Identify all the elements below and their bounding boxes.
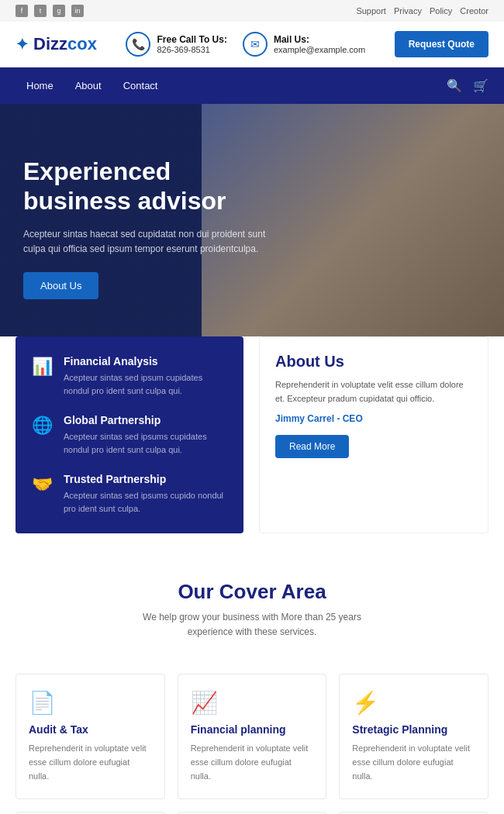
feature-1-text: Financial Analysis Acepteur sintas sed i… <box>64 355 228 397</box>
phone-icon: 📞 <box>126 32 150 57</box>
feature-3-text: Trusted Partnership Acepteur sintas sed … <box>64 473 228 515</box>
email-label: Mail Us: <box>274 34 365 45</box>
top-links: Support Privacy Policy Creotor <box>356 6 488 16</box>
audit-icon: 📄 <box>29 690 152 716</box>
creator-link[interactable]: Creotor <box>460 6 488 16</box>
email-info: Mail Us: example@example.com <box>274 34 365 54</box>
feature-2-title: Global Partnership <box>64 414 228 426</box>
audit-desc: Reprehenderit in voluptate velit esse ci… <box>29 742 152 783</box>
cart-icon[interactable]: 🛒 <box>473 78 488 93</box>
support-link[interactable]: Support <box>356 6 386 16</box>
feature-3-title: Trusted Partnership <box>64 473 228 485</box>
about-title: About Us <box>275 353 472 371</box>
feature-1-desc: Acepteur sintas sed ipsum cupidates nond… <box>64 371 228 397</box>
strategic-desc: Reprehenderit in voluptate velit esse ci… <box>352 742 475 783</box>
hero-section: Experienced business advisor Acepteur si… <box>0 104 504 352</box>
hero-title: Experienced business advisor <box>23 157 271 216</box>
cover-title: Our Cover Area <box>16 580 488 604</box>
site-header: ✦ Dizzcox 📞 Free Call To Us: 826-369-853… <box>0 22 504 67</box>
nav-links: Home About Contact <box>16 67 168 104</box>
chart-icon: 📊 <box>31 357 53 397</box>
feature-3: 🤝 Trusted Partnership Acepteur sintas se… <box>31 473 228 515</box>
phone-label: Free Call To Us: <box>157 34 226 45</box>
service-audit: 📄 Audit & Tax Reprehenderit in voluptate… <box>16 674 165 799</box>
logo[interactable]: ✦ Dizzcox <box>16 34 97 54</box>
feature-2-desc: Acepteur sintas sed ipsums cupidates non… <box>64 430 228 456</box>
email-contact: ✉ Mail Us: example@example.com <box>243 32 365 57</box>
facebook-icon[interactable]: f <box>16 5 28 17</box>
social-icons: f t g in <box>16 5 84 17</box>
financial-title: Financial planning <box>191 723 314 736</box>
twitter-icon[interactable]: t <box>34 5 47 17</box>
about-description: Reprehenderit in voluptate velit esse ci… <box>275 378 472 405</box>
globe-icon: 🌐 <box>31 416 53 456</box>
feature-2-text: Global Partnership Acepteur sintas sed i… <box>64 414 228 456</box>
service-financial: 📈 Financial planning Reprehenderit in vo… <box>178 674 327 799</box>
nav-about[interactable]: About <box>64 67 112 104</box>
navbar: Home About Contact 🔍 🛒 <box>0 67 504 104</box>
read-more-button[interactable]: Read More <box>275 435 349 458</box>
feature-2: 🌐 Global Partnership Acepteur sintas sed… <box>31 414 228 456</box>
about-box: About Us Reprehenderit in voluptate veli… <box>259 336 488 533</box>
about-button[interactable]: About Us <box>23 272 98 299</box>
nav-contact[interactable]: Contact <box>112 67 169 104</box>
search-icon[interactable]: 🔍 <box>447 78 462 93</box>
phone-info: Free Call To Us: 826-369-8531 <box>157 34 226 54</box>
strategic-icon: ⚡ <box>352 690 475 716</box>
phone-contact: 📞 Free Call To Us: 826-369-8531 <box>126 32 226 57</box>
hero-content: Experienced business advisor Acepteur si… <box>23 157 271 299</box>
cover-description: We help grow your business with More tha… <box>120 610 384 640</box>
feature-3-desc: Acepteur sintas sed ipsums cupido nondul… <box>64 489 228 515</box>
handshake-icon: 🤝 <box>31 474 53 515</box>
email-address: example@example.com <box>274 45 365 54</box>
phone-number: 826-369-8531 <box>157 45 210 54</box>
strategic-title: Stretagic Planning <box>352 723 475 736</box>
policy-link[interactable]: Policy <box>430 6 452 16</box>
hero-description: Acepteur sintas haecat sed cupidatat non… <box>23 227 271 257</box>
services-grid: 📄 Audit & Tax Reprehenderit in voluptate… <box>0 674 504 814</box>
quote-button[interactable]: Request Quote <box>395 31 488 57</box>
features-about-section: 📊 Financial Analysis Acepteur sintas sed… <box>0 336 504 557</box>
social-bar: f t g in Support Privacy Policy Creotor <box>0 0 504 22</box>
feature-1-title: Financial Analysis <box>64 355 228 367</box>
feature-1: 📊 Financial Analysis Acepteur sintas sed… <box>31 355 228 397</box>
email-icon: ✉ <box>243 32 268 57</box>
financial-icon: 📈 <box>191 690 314 716</box>
header-contacts: 📞 Free Call To Us: 826-369-8531 ✉ Mail U… <box>126 32 365 57</box>
logo-text: Dizzcox <box>33 34 97 54</box>
cover-section: Our Cover Area We help grow your busines… <box>0 557 504 674</box>
nav-home[interactable]: Home <box>16 67 64 104</box>
linkedin-icon[interactable]: in <box>71 5 84 17</box>
about-person: Jimmy Carrel - CEO <box>275 413 472 424</box>
service-strategic: ⚡ Stretagic Planning Reprehenderit in vo… <box>339 674 488 799</box>
privacy-link[interactable]: Privacy <box>394 6 422 16</box>
audit-title: Audit & Tax <box>29 723 152 736</box>
financial-desc: Reprehenderit in voluptate velit esse ci… <box>191 742 314 783</box>
gplus-icon[interactable]: g <box>53 5 65 17</box>
nav-actions: 🔍 🛒 <box>447 78 488 93</box>
features-box: 📊 Financial Analysis Acepteur sintas sed… <box>16 336 243 533</box>
logo-icon: ✦ <box>16 35 29 53</box>
